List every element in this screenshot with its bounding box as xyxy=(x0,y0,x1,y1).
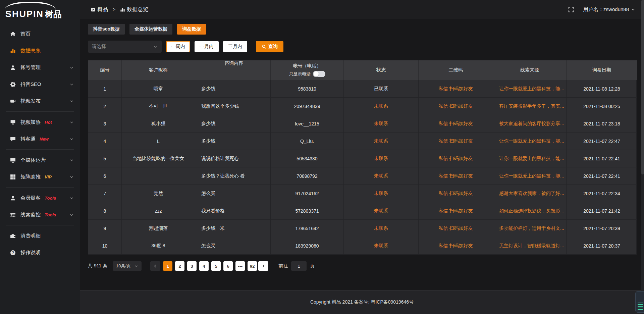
cell-nickname: 不可一世 xyxy=(122,97,195,115)
page-button[interactable]: 5 xyxy=(211,261,221,271)
cell-qrcode-link[interactable]: 私信 扫码加好友 xyxy=(419,202,493,219)
cell-status: 未联系 xyxy=(344,237,419,254)
sidebar-item[interactable]: 消费明细 xyxy=(0,227,80,244)
range-button[interactable]: 一周内 xyxy=(166,41,190,52)
cell-qrcode-link[interactable]: 私信 扫码加好友 xyxy=(419,80,493,97)
tab[interactable]: 询盘数据 xyxy=(177,24,206,35)
range-button[interactable]: 一月内 xyxy=(195,41,219,52)
col-header-date: 询盘日期 xyxy=(567,60,637,80)
cell-source-link[interactable]: 无主灯设计，智能磁吸轨道灯... xyxy=(493,237,567,254)
cell-qrcode-link[interactable]: 私信 扫码加好友 xyxy=(419,167,493,185)
page-button[interactable]: 3 xyxy=(187,261,197,271)
scrollbar-thumb[interactable] xyxy=(641,0,644,174)
cell-status: 未联系 xyxy=(344,202,419,219)
top-header: 树品 > 数据总览 用户名：zswodun88 xyxy=(80,0,644,19)
monitor-icon xyxy=(10,157,16,163)
page-button[interactable]: 6 xyxy=(223,261,233,271)
col-header-source: 线索来源 xyxy=(493,60,567,80)
cell-qrcode-link[interactable]: 私信 扫码加好友 xyxy=(419,132,493,150)
sidebar-item[interactable]: 首页 xyxy=(0,25,80,42)
chevron-down-icon xyxy=(69,120,74,124)
cell-qrcode-link[interactable]: 私信 扫码加好友 xyxy=(419,219,493,237)
sidebar-item-label: 会员爆客 xyxy=(20,195,41,201)
cell-nickname: 狐小狸 xyxy=(122,115,195,132)
cell-source-link[interactable]: 如何正确选择投影仪，买投影... xyxy=(493,202,567,219)
cell-source-link[interactable]: 让你一眼就爱上的黑科技，能... xyxy=(493,167,567,185)
user-menu[interactable]: 用户名：zswodun88 xyxy=(583,6,635,13)
sidebar-item-label: 操作说明 xyxy=(20,250,41,256)
app-icon xyxy=(91,7,96,12)
page-button[interactable]: 92 xyxy=(248,261,257,271)
page-size-value: 10条/页 xyxy=(116,263,131,269)
search-button[interactable]: 查询 xyxy=(256,41,283,52)
sidebar-item[interactable]: 视频加热 Hot xyxy=(0,114,80,130)
cell-source-link[interactable]: 多功能护栏灯，适用于乡村文... xyxy=(493,219,567,237)
cell-qrcode-link[interactable]: 私信 扫码加好友 xyxy=(419,115,493,132)
fullscreen-icon[interactable] xyxy=(568,7,574,12)
cell-source-link[interactable]: 让你一眼就爱上的黑科技，能... xyxy=(493,150,567,167)
col-header-nickname: 客户昵称 xyxy=(122,60,195,80)
copyright-text: Copyright 树品 2021 备案号: 粤ICP备09019646号 xyxy=(310,299,414,305)
sidebar-item[interactable]: 抖客通 New xyxy=(0,130,80,147)
cell-qrcode-link[interactable]: 私信 扫码加好友 xyxy=(419,150,493,167)
sidebar-item[interactable]: 账号管理 xyxy=(0,59,80,76)
phone-only-toggle[interactable] xyxy=(313,71,325,77)
user-icon xyxy=(10,65,16,70)
page-button[interactable]: 4 xyxy=(199,261,209,271)
sidebar-item[interactable]: 视频发布 xyxy=(0,93,80,109)
pagination: 共 911 条 10条/页 123456•••92 前往 页 xyxy=(88,261,644,271)
page-jump-input[interactable] xyxy=(291,261,307,271)
data-tabs: 抖音seo数据全媒体运营数据询盘数据 xyxy=(88,24,644,35)
grid-icon xyxy=(10,174,16,180)
chevron-down-icon xyxy=(134,264,138,268)
page-button[interactable]: 1 xyxy=(163,261,172,271)
logo[interactable]: SHUPIN树品 xyxy=(0,0,80,21)
sidebar-item[interactable]: 数据总览 xyxy=(0,42,80,59)
sidebar-item[interactable]: 线索监控 Tools xyxy=(0,206,80,223)
page-button[interactable]: 2 xyxy=(175,261,184,271)
col-header-account-title: 帐号（电话） xyxy=(293,63,321,69)
cell-account: 9583810 xyxy=(271,80,344,97)
cell-id: 2 xyxy=(88,97,122,115)
cell-source-link[interactable]: 被大家追着问的客厅投影分享... xyxy=(493,115,567,132)
prev-page-button[interactable] xyxy=(150,261,160,271)
cell-qrcode-link[interactable]: 私信 扫码加好友 xyxy=(419,185,493,202)
cell-source-link[interactable]: 让你一眼就爱上的黑科技，能... xyxy=(493,132,567,150)
sidebar-menu: 首页 数据总览 账号管理 抖音SEO 视频发布 xyxy=(0,21,80,261)
breadcrumb-app[interactable]: 树品 xyxy=(97,6,108,13)
cell-source-link[interactable]: 让你一眼就爱上的黑科技，能... xyxy=(493,80,567,97)
sidebar-item[interactable]: 矩阵助推 VIP xyxy=(0,168,80,185)
chevron-down-icon xyxy=(69,82,74,87)
cell-account: 50534380 xyxy=(271,150,344,167)
sidebar-item[interactable]: 抖音SEO xyxy=(0,76,80,93)
tab[interactable]: 抖音seo数据 xyxy=(88,24,125,35)
cell-content: 我只看价格 xyxy=(195,202,271,219)
footer: Copyright 树品 2021 备案号: 粤ICP备09019646号 xyxy=(80,290,644,314)
cell-date: 2021-11-07 22:47 xyxy=(567,132,637,150)
cell-content: 多少钱 xyxy=(195,80,271,97)
floating-widget[interactable] xyxy=(635,291,644,313)
cell-nickname xyxy=(122,167,195,185)
scrollbar[interactable] xyxy=(641,0,644,314)
bar-chart-icon xyxy=(10,48,16,54)
chevron-down-icon xyxy=(69,99,74,103)
cell-source-link[interactable]: 感谢大家喜欢我家，被问了好... xyxy=(493,185,567,202)
next-page-button[interactable] xyxy=(258,261,268,271)
logo-text-cn: 树品 xyxy=(45,9,62,19)
page-button[interactable]: ••• xyxy=(235,261,245,271)
sidebar-item-badge: Hot xyxy=(45,120,52,125)
sidebar-item[interactable]: ? 操作说明 xyxy=(0,244,80,261)
cell-qrcode-link[interactable]: 私信 扫码加好友 xyxy=(419,237,493,254)
chevron-down-icon xyxy=(69,158,74,162)
tab[interactable]: 全媒体运营数据 xyxy=(129,24,172,35)
sidebar-item[interactable]: 全媒体运营 xyxy=(0,152,80,168)
cell-source-link[interactable]: 客厅安装投影半年多了，真实... xyxy=(493,97,567,115)
sidebar-item[interactable]: 会员爆客 Tools xyxy=(0,190,80,206)
cell-account: Q_Liu. xyxy=(271,132,344,150)
filter-select[interactable]: 请选择 xyxy=(88,41,162,53)
col-header-account: 帐号（电话） 只显示电话 xyxy=(271,60,344,80)
topbar-right: 用户名：zswodun88 xyxy=(568,6,635,13)
cell-qrcode-link[interactable]: 私信 扫码加好友 xyxy=(419,97,493,115)
range-button[interactable]: 三月内 xyxy=(223,41,247,52)
page-size-select[interactable]: 10条/页 xyxy=(113,261,142,271)
